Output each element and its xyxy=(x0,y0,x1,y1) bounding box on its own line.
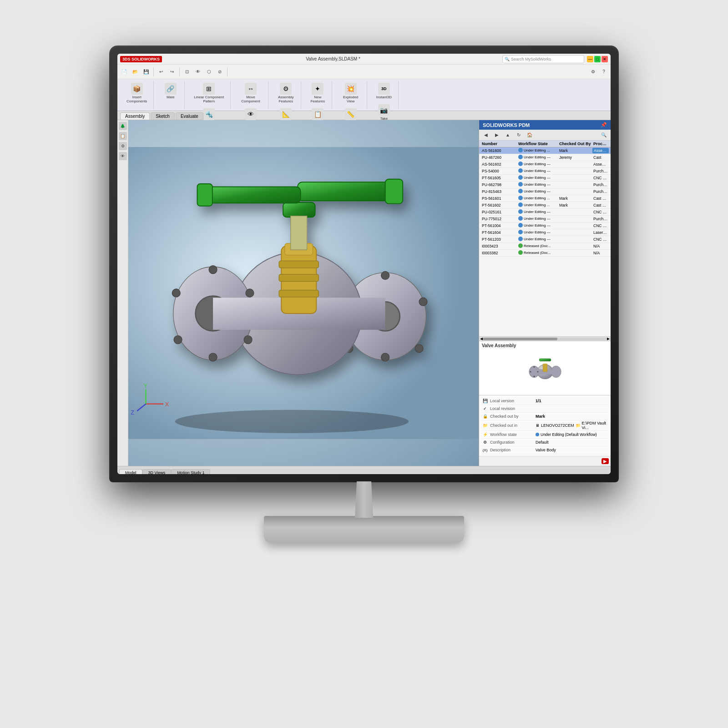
move-component-button[interactable]: ↔ MoveComponent xyxy=(238,81,263,106)
workflow-status-icon xyxy=(518,148,523,152)
monitor-wrapper: 3DS SOLIDWORKS Valve Assembly.SLDASM * 🔍… xyxy=(91,46,637,682)
svg-point-43 xyxy=(533,366,535,368)
search-bar[interactable]: 🔍 Search MySolidWorks xyxy=(502,55,584,63)
pdm-search-button[interactable]: 🔍 xyxy=(599,130,609,140)
pdm-row[interactable]: AS-561600 Under Editing ... Mark Assembl… xyxy=(479,147,611,154)
pdm-row[interactable]: PT-561004 Under Editing — CNC Machine xyxy=(479,222,611,229)
maximize-button[interactable]: □ xyxy=(594,56,601,62)
new-features-button[interactable]: ✦ NewFeatures xyxy=(308,81,328,106)
pdm-row[interactable]: I0003423 Released (Doc... N/A xyxy=(479,243,611,250)
linear-pattern-button[interactable]: ⊞ Linear ComponentPattern xyxy=(191,81,227,106)
pdm-row[interactable]: PU-775012 Under Editing — Purchase xyxy=(479,216,611,222)
pdm-row[interactable]: PT-561604 Under Editing — Laser Cut xyxy=(479,229,611,236)
pdm-row[interactable]: PT-561602 Under Editing ... Mark Cast & … xyxy=(479,202,611,209)
pdm-row[interactable]: AS-561602 Under Editing — Assemble xyxy=(479,161,611,168)
pdm-up-button[interactable]: ▲ xyxy=(503,130,513,140)
pdm-row[interactable]: PU-467260 Under Editing — Jeremy Cast xyxy=(479,154,611,161)
hscroll-track[interactable] xyxy=(483,338,607,340)
ribbon-group-move: ↔ MoveComponent 👁 Show HiddenComponents xyxy=(233,81,268,109)
close-button[interactable]: ✕ xyxy=(602,56,608,62)
options-button[interactable]: ⚙ xyxy=(588,67,598,77)
pdm-row[interactable]: PU-815463 Under Editing — Purchase xyxy=(479,188,611,195)
section-button[interactable]: ⊘ xyxy=(215,67,225,77)
assembly-features-button[interactable]: ⚙ AssemblyFeatures xyxy=(275,81,297,106)
scroll-right-arrow[interactable]: ▶ xyxy=(607,337,610,341)
new-button[interactable]: 📄 xyxy=(119,67,129,77)
prop-value-checked-out-in: 🖥 LENOVO272CEM 📁 E:\PDM Vault Vi... xyxy=(536,421,608,430)
hscroll-thumb[interactable] xyxy=(483,338,557,340)
left-sidebar: 🌲 📋 ⚙ 👁 xyxy=(117,120,128,466)
pdm-row[interactable]: PT-561203 Under Editing — CNC Machine xyxy=(479,236,611,243)
display-button[interactable]: ⬡ xyxy=(204,67,214,77)
cell-process: Cast xyxy=(592,155,609,160)
zoom-fit-button[interactable]: ⊡ xyxy=(182,67,192,77)
save-button[interactable]: 💾 xyxy=(141,67,151,77)
pdm-row[interactable]: I0003382 Released (Doc... N/A xyxy=(479,250,611,257)
pdm-row[interactable]: PT-561605 Under Editing — CNC Machine xyxy=(479,175,611,182)
tab-assembly[interactable]: Assembly xyxy=(120,112,150,120)
undo-button[interactable]: ↩ xyxy=(156,67,166,77)
config-manager-icon[interactable]: ⚙ xyxy=(119,142,127,150)
prop-label-workflow-state: Workflow state xyxy=(490,432,536,437)
minimize-button[interactable]: — xyxy=(587,56,593,62)
bottom-tab-model[interactable]: Model xyxy=(119,469,142,474)
prop-checked-out-in: 📁 Checked out in 🖥 LENOVO272CEM 📁 E:\PDM… xyxy=(482,420,608,431)
cell-workflow: Under Editing — xyxy=(517,216,558,222)
ribbon-group-insert: 📦 InsertComponents xyxy=(120,81,154,109)
view-button[interactable]: 👁 xyxy=(193,67,203,77)
instant3d-button[interactable]: 3D Instant3D xyxy=(374,81,394,101)
pdm-row[interactable]: PS-54000 Under Editing — Purchase xyxy=(479,168,611,175)
mate-label: Mate xyxy=(167,96,175,100)
workflow-status-icon xyxy=(518,216,523,221)
pdm-back-button[interactable]: ◀ xyxy=(481,130,491,140)
tab-evaluate[interactable]: Evaluate xyxy=(176,112,203,120)
feature-tree-icon[interactable]: 🌲 xyxy=(119,122,127,130)
pdm-row[interactable]: PU-025161 Under Editing — CNC Machine xyxy=(479,209,611,216)
pdm-pin-icon[interactable]: 📌 xyxy=(601,122,607,128)
exploded-view-button[interactable]: 💥 ExplodedView xyxy=(340,81,361,106)
exploded-view-label: ExplodedView xyxy=(343,96,358,104)
pdm-horizontal-scrollbar[interactable]: ◀ ▶ xyxy=(479,336,611,341)
prop-value-description: Valve Body xyxy=(536,448,608,452)
search-icon: 🔍 xyxy=(505,57,510,61)
redo-button[interactable]: ↪ xyxy=(167,67,177,77)
prop-value-local-version: 1/1 xyxy=(536,399,608,403)
cell-checked-out: Mark xyxy=(558,148,592,153)
tab-sketch[interactable]: Sketch xyxy=(151,112,175,120)
cell-process: Laser Cut xyxy=(592,230,609,235)
bottom-tab-motion[interactable]: Motion Study 1 xyxy=(171,469,210,474)
ribbon-group-mate: 🔗 Mate xyxy=(157,81,185,109)
help-button[interactable]: ? xyxy=(599,67,609,77)
valve-assembly-model: X Y Z xyxy=(128,120,479,466)
checked-out-in-icon: 📁 xyxy=(482,422,488,429)
svg-rect-23 xyxy=(279,274,318,281)
workflow-label: Under Editing — xyxy=(524,182,551,187)
svg-rect-41 xyxy=(543,364,547,372)
youtube-button[interactable]: ▶ xyxy=(602,458,609,464)
pdm-row[interactable]: PS-561601 Under Editing ... Mark Cast & … xyxy=(479,195,611,202)
pdm-row[interactable]: PU-662798 Under Editing — Purchase xyxy=(479,182,611,188)
open-button[interactable]: 📂 xyxy=(130,67,140,77)
pdm-forward-button[interactable]: ▶ xyxy=(492,130,502,140)
take-snapshot-icon: 📷 xyxy=(378,104,390,116)
cell-number: PS-54000 xyxy=(481,169,517,173)
workflow-state-text: Under Editing (Default Workflow) xyxy=(541,432,597,437)
window-title: Valve Assembly.SLDASM * xyxy=(164,56,502,61)
computer-name: LENOVO272CEM xyxy=(541,423,574,428)
insert-components-button[interactable]: 📦 InsertComponents xyxy=(124,81,150,106)
assembly-features-icon: ⚙ xyxy=(280,83,292,95)
pdm-home-button[interactable]: 🏠 xyxy=(525,130,535,140)
cell-checked-out: Jeremy xyxy=(558,155,592,160)
workflow-status-icon xyxy=(518,196,523,200)
bottom-tab-3dviews[interactable]: 3D Views xyxy=(142,469,172,474)
mate-button[interactable]: 🔗 Mate xyxy=(160,81,181,101)
property-manager-icon[interactable]: 📋 xyxy=(119,132,127,140)
cell-process: Purchase xyxy=(592,189,609,194)
workflow-label: Under Editing — xyxy=(524,223,551,228)
cell-process: N/A xyxy=(592,251,609,255)
display-manager-icon[interactable]: 👁 xyxy=(119,152,127,160)
svg-point-14 xyxy=(244,336,252,344)
pdm-refresh-button[interactable]: ↻ xyxy=(514,130,524,140)
monitor-neck xyxy=(346,481,382,518)
workflow-label: Under Editing ... xyxy=(524,196,550,200)
